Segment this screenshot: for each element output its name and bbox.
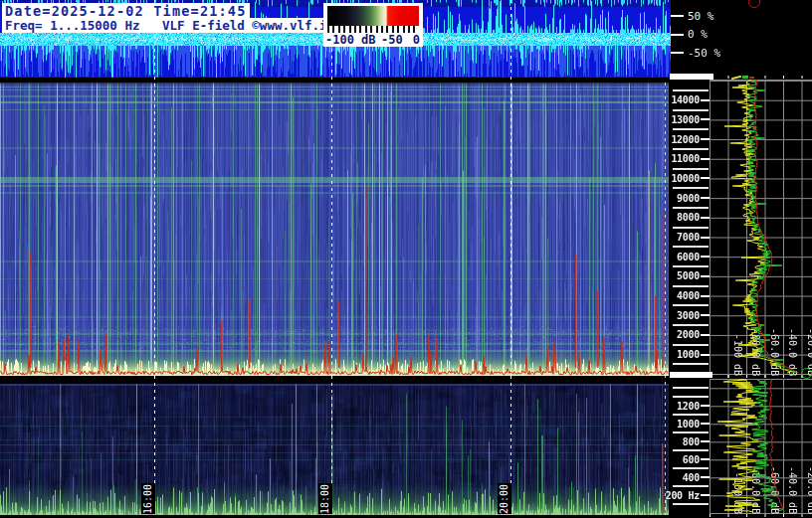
freq-axis-minor-tick: [673, 207, 709, 209]
freq-axis-row: 600: [669, 453, 710, 465]
freq-axis-label: 2000: [677, 329, 700, 340]
freq-axis-label: 800: [683, 436, 700, 447]
freq-axis-dash: [701, 177, 710, 179]
amp-axis-label: -50 %: [688, 47, 720, 60]
freq-axis-minor-tick: [673, 89, 709, 91]
freq-axis-label: 8000: [677, 212, 700, 223]
time-gridline-20: [510, 0, 511, 515]
freq-axis-label: 200 Hz: [666, 490, 700, 501]
freq-axis-dash: [701, 197, 710, 199]
spectrum-trace-upper: [710, 80, 812, 374]
freq-axis-row: 2000: [669, 329, 710, 341]
freq-axis-label: 1200: [677, 401, 700, 412]
freq-axis-label: 5000: [677, 270, 700, 281]
freq-axis-row: 5000: [669, 270, 710, 282]
colorbar: -100 dB -50 0: [323, 3, 423, 47]
amp-axis-row: 50 %: [671, 10, 740, 22]
freq-axis-minor-tick: [673, 246, 709, 248]
time-cursor-line: [665, 83, 666, 515]
amp-axis-tick: [671, 52, 684, 54]
status-date-time: Date=2025-12-02 Time=21:45: [2, 3, 250, 19]
freq-axis-row: 200 Hz: [669, 489, 710, 501]
freq-axis-minor-tick: [673, 128, 709, 130]
freq-axis-row: 14000: [669, 94, 710, 106]
freq-axis-minor-tick: [673, 285, 709, 287]
colorbar-label-mid: -50: [381, 33, 403, 47]
freq-axis-dash: [701, 405, 710, 407]
freq-axis-label: 7000: [677, 232, 700, 243]
freq-axis-minor-tick: [673, 148, 709, 150]
time-gridline-18: [331, 0, 332, 515]
time-label: 18:00: [318, 483, 332, 514]
amp-axis-row: -50 %: [671, 47, 740, 59]
freq-axis-dash: [701, 256, 710, 258]
time-label: 20:00: [498, 483, 511, 514]
freq-axis-label: 400: [683, 472, 700, 483]
freq-axis-row: 1000: [669, 349, 710, 361]
freq-axis-minor-tick: [673, 227, 709, 229]
freq-axis-label: 3000: [677, 310, 700, 321]
freq-axis-minor-tick: [673, 265, 709, 267]
freq-axis-label: 12000: [671, 134, 700, 145]
spectrogram-upper-display: [0, 83, 669, 376]
freq-axis-dash: [701, 138, 710, 140]
freq-axis-dash: [701, 354, 710, 356]
freq-axis-row: 13000: [669, 113, 710, 125]
freq-axis-label: 600: [683, 454, 700, 465]
freq-axis-minor-tick: [673, 168, 709, 170]
colorbar-ticks: [327, 26, 419, 33]
freq-axis-row: 3000: [669, 309, 710, 321]
freq-axis-row: 6000: [669, 251, 710, 262]
freq-axis-minor-tick: [673, 304, 709, 306]
freq-axis-minor-tick: [673, 449, 709, 451]
amp-axis-tick: [671, 34, 684, 36]
colorbar-label-min: -100 dB: [325, 33, 376, 47]
freq-axis-dash: [701, 334, 710, 336]
freq-axis-dash: [701, 458, 710, 460]
marker-green-circle: [801, 368, 812, 379]
freq-axis-dash: [701, 476, 710, 478]
freq-axis-minor-tick: [673, 109, 709, 111]
freq-axis-minor-tick: [673, 387, 709, 389]
freq-axis-minor-tick: [673, 363, 709, 365]
freq-axis-row: 7000: [669, 232, 710, 244]
freq-axis-row: 800: [669, 435, 710, 447]
freq-axis-label: 6000: [677, 252, 700, 262]
freq-axis-row: 12000: [669, 133, 710, 145]
freq-axis-minor-tick: [673, 187, 709, 189]
freq-axis-minor-tick: [673, 432, 709, 433]
freq-axis-dash: [701, 494, 710, 496]
freq-axis-minor-tick: [673, 503, 709, 505]
freq-axis-dash: [701, 118, 710, 120]
freq-axis-row: 11000: [669, 153, 710, 165]
spectrum-trace-lower: [710, 379, 812, 513]
trace-tip-green: [742, 76, 748, 79]
vlf-monitor-screen: Date=2025-12-02 Time=21:45 Freq= 1...150…: [0, 0, 812, 518]
freq-axis-row: 400: [669, 471, 710, 483]
freq-axis-minor-tick: [673, 414, 709, 416]
freq-axis-minor-tick: [673, 324, 709, 326]
freq-axis-dash: [701, 440, 710, 442]
freq-axis-label: 14000: [671, 94, 700, 105]
freq-axis-row: 9000: [669, 192, 710, 204]
freq-axis-label: 9000: [677, 193, 700, 204]
freq-axis-label: 1000: [677, 419, 700, 430]
scale-edge-bar-top: [670, 74, 713, 80]
scale-edge-bar-mid: [670, 372, 712, 378]
freq-axis-dash: [701, 275, 710, 277]
freq-axis-minor-tick: [673, 467, 709, 469]
freq-axis-minor-tick: [673, 485, 709, 487]
freq-axis-row: 1000: [669, 418, 710, 430]
freq-axis-dash: [701, 158, 710, 160]
time-label: 16:00: [141, 483, 155, 514]
freq-axis-label: 4000: [677, 290, 700, 301]
freq-axis-row: 8000: [669, 212, 710, 224]
freq-axis-label: 13000: [671, 114, 700, 125]
freq-axis-dash: [701, 295, 710, 297]
freq-axis-dash: [701, 99, 710, 101]
freq-axis-dash: [701, 237, 710, 239]
freq-axis-minor-tick: [673, 396, 709, 398]
colorbar-label-max: 0: [413, 33, 420, 47]
colorbar-gradient: [327, 6, 419, 26]
freq-axis-minor-tick: [673, 344, 709, 346]
